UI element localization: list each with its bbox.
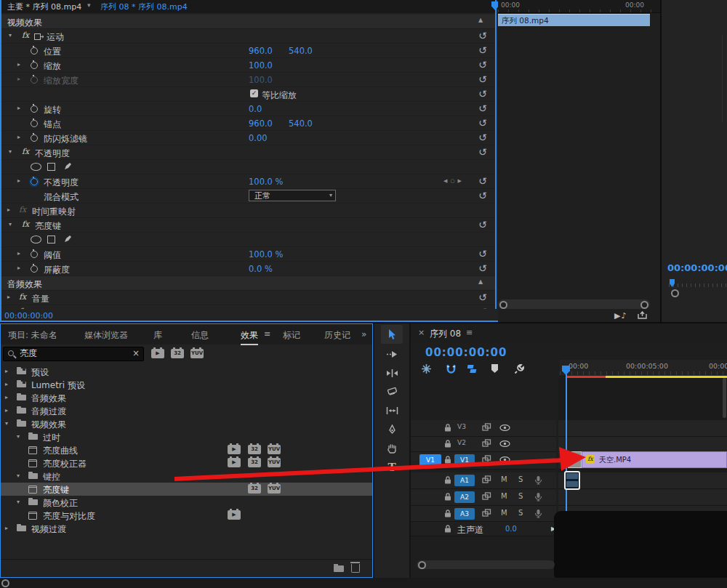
chevron-down-icon[interactable]: ▾ [17, 433, 20, 440]
anchor-y-value[interactable]: 540.0 [289, 118, 313, 129]
sync-lock-icon[interactable] [482, 423, 491, 433]
tab-history[interactable]: 历史记 [324, 329, 350, 342]
tree-item-color-correction[interactable]: ▾ 颜色校正 [1, 496, 372, 509]
stopwatch-icon-active[interactable] [31, 178, 38, 185]
ellipse-mask-icon[interactable] [31, 235, 41, 243]
track-target-a3[interactable]: A3 [454, 508, 475, 520]
opacity-value[interactable]: 100.0 % [249, 177, 284, 187]
effect-row-time-remap[interactable]: ▸ fx 时间重映射 [1, 204, 497, 218]
effect-controls-playhead-line[interactable] [495, 0, 497, 309]
monitor-scrub-ticks[interactable] [669, 283, 727, 287]
tab-project[interactable]: 项目: 未命名 [8, 329, 57, 342]
effect-row-rotation[interactable]: ▸ 旋转 0.0 ↺ [1, 102, 497, 116]
reset-icon[interactable]: ↺ [478, 146, 487, 158]
hand-tool[interactable] [381, 440, 403, 457]
play-audio-icon[interactable]: ▶♪ [614, 311, 647, 321]
timeline-timecode[interactable]: 00:00:00:00 [425, 346, 507, 359]
sync-lock-icon[interactable] [482, 509, 491, 519]
stopwatch-icon[interactable] [31, 134, 38, 142]
stopwatch-icon[interactable] [31, 47, 38, 55]
panel-menu-icon[interactable]: ≡ [264, 329, 270, 339]
slip-tool[interactable] [381, 402, 403, 419]
tree-item-audio-transitions[interactable]: ▸ 音频过渡 [1, 404, 372, 417]
reset-icon[interactable]: ↺ [478, 30, 487, 42]
chevron-right-icon[interactable]: ▸ [5, 394, 8, 400]
position-x-value[interactable]: 960.0 [249, 46, 273, 56]
effect-row-anchor[interactable]: 锚点 960.0 540.0 ↺ [1, 116, 497, 131]
reset-icon[interactable]: ↺ [478, 219, 487, 231]
close-icon[interactable]: × [418, 328, 425, 337]
lock-icon[interactable] [443, 492, 452, 504]
lock-icon[interactable] [443, 509, 452, 520]
reset-icon[interactable]: ↺ [478, 190, 487, 202]
yuv-effects-badge[interactable]: YUV [190, 349, 204, 358]
effect-row-threshold[interactable]: ▸ 阈值 100.0 % ↺ [1, 247, 497, 262]
effect-row-cutoff[interactable]: ▸ 屏蔽度 0.0 % ↺ [1, 262, 497, 276]
mute-button[interactable]: M [501, 475, 507, 483]
chevron-right-icon[interactable]: ▸ [7, 206, 10, 213]
lock-icon[interactable] [443, 439, 452, 451]
chevron-right-icon[interactable]: ▸ [17, 250, 20, 257]
mic-icon[interactable] [534, 475, 542, 487]
timeline-playhead-line[interactable] [566, 367, 567, 533]
checkbox-checked-icon[interactable]: ✓ [250, 89, 258, 97]
effect-row-channel-volume[interactable]: ▸ fx 声道音量 ↺ [1, 305, 497, 309]
timeline-horizontal-scrollbar[interactable] [417, 560, 555, 569]
scroll-handle[interactable] [418, 561, 426, 569]
lane-clip-bar[interactable]: 序列 08.mp4 [498, 14, 650, 26]
panel-menu-icon[interactable]: ≡ [466, 328, 473, 337]
tab-sequence-clip[interactable]: 序列 08 * 序列 08.mp4 [100, 1, 188, 12]
blend-mode-dropdown[interactable]: 正常 ▾ [249, 190, 336, 201]
anchor-x-value[interactable]: 960.0 [249, 118, 273, 129]
chevron-right-icon[interactable]: ▸ [5, 368, 8, 374]
reset-icon[interactable]: ↺ [478, 88, 487, 100]
eye-icon[interactable] [499, 455, 510, 465]
accelerated-effects-badge[interactable]: ▶ [151, 349, 164, 358]
sync-lock-icon[interactable] [482, 492, 491, 502]
reset-icon[interactable]: ↺ [478, 132, 487, 144]
reset-icon[interactable]: ↺ [478, 291, 487, 304]
clip-fx-badge[interactable]: fx [586, 455, 595, 464]
delete-icon[interactable] [351, 564, 360, 573]
master-gain-value[interactable]: 0.0 [505, 525, 517, 533]
solo-button[interactable]: S [518, 475, 523, 483]
chevron-right-icon[interactable]: ▸ [5, 381, 8, 387]
tree-item-luma-curve[interactable]: 亮度曲线 ▶ 32 YUV [1, 443, 372, 456]
reset-icon[interactable]: ↺ [478, 59, 487, 71]
search-input[interactable] [20, 348, 121, 358]
lock-icon[interactable] [443, 423, 452, 435]
tab-info[interactable]: 信息 [191, 329, 209, 342]
track-header-a2[interactable]: A2 M S [411, 489, 556, 506]
lock-icon[interactable] [443, 524, 452, 536]
timeline-tab[interactable]: 序列 08 [430, 328, 461, 340]
reset-icon[interactable]: ↺ [478, 262, 487, 275]
track-lane-v3[interactable] [558, 420, 727, 437]
timeline-vertical-scrollbar[interactable] [723, 378, 726, 418]
track-name[interactable]: V3 [457, 423, 466, 430]
next-keyframe-icon[interactable]: ▶ [458, 178, 465, 184]
tab-libraries[interactable]: 库 [153, 329, 162, 342]
chevron-down-icon[interactable]: ▾ [5, 420, 8, 427]
tab-overflow-icon[interactable]: » [361, 329, 366, 339]
monitor-zoom-handle[interactable] [671, 289, 679, 297]
pen-mask-icon[interactable] [63, 235, 72, 246]
tree-item-luma-corrector[interactable]: 亮度校正器 ▶ 32 YUV [1, 456, 372, 470]
tree-item-luma-key-selected[interactable]: 亮度键 32 YUV [1, 483, 372, 496]
position-y-value[interactable]: 540.0 [289, 46, 313, 56]
chevron-down-icon[interactable]: ▾ [17, 499, 20, 505]
tree-item-brightness-contrast[interactable]: 亮度与对比度 ▶ [1, 509, 372, 522]
track-select-forward-tool[interactable] [381, 345, 403, 363]
video-effects-header[interactable]: 视频效果 ▲ [1, 15, 497, 29]
solo-button[interactable]: S [518, 492, 523, 500]
track-target-v1[interactable]: V1 [454, 454, 475, 466]
track-target-a2[interactable]: A2 [454, 491, 475, 503]
chevron-right-icon[interactable]: ▸ [17, 105, 20, 111]
chevron-right-icon[interactable]: ▸ [17, 134, 20, 140]
stopwatch-icon[interactable] [31, 120, 38, 127]
scroll-handle[interactable] [1, 579, 9, 587]
tree-item-obsolete[interactable]: ▾ 过时 [1, 430, 372, 443]
tab-media-browser[interactable]: 媒体浏览器 [84, 329, 128, 342]
tree-item-video-effects[interactable]: ▾ 视频效果 [1, 417, 372, 430]
mute-button[interactable]: M [501, 509, 507, 517]
scale-value[interactable]: 100.0 [249, 60, 273, 71]
